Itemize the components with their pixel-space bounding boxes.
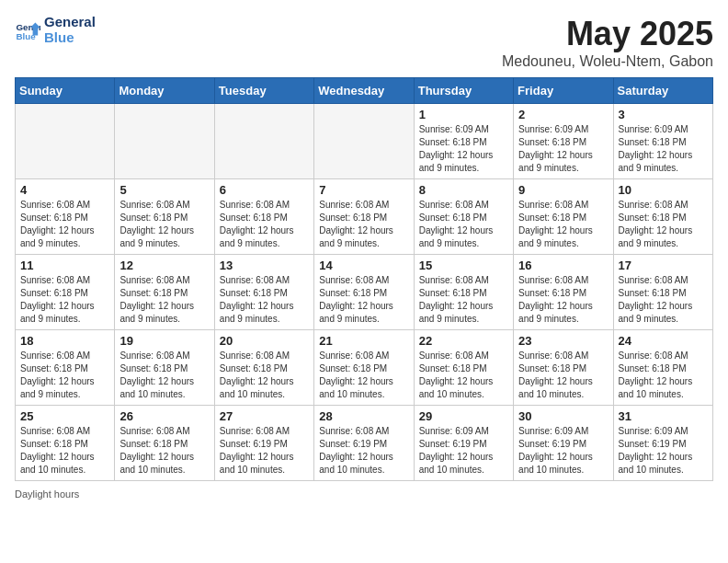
day-number: 26 <box>119 409 209 423</box>
day-number: 14 <box>319 259 408 272</box>
day-info: Sunrise: 6:08 AM Sunset: 6:18 PM Dayligh… <box>220 350 309 401</box>
calendar-cell: 29Sunrise: 6:09 AM Sunset: 6:19 PM Dayli… <box>414 406 513 481</box>
calendar-cell: 15Sunrise: 6:08 AM Sunset: 6:18 PM Dayli… <box>414 255 513 330</box>
day-info: Sunrise: 6:08 AM Sunset: 6:18 PM Dayligh… <box>20 425 109 477</box>
calendar-cell: 27Sunrise: 6:08 AM Sunset: 6:19 PM Dayli… <box>214 406 313 481</box>
calendar-cell: 8Sunrise: 6:08 AM Sunset: 6:18 PM Daylig… <box>414 179 513 255</box>
day-number: 8 <box>419 183 508 197</box>
day-number: 21 <box>319 334 408 348</box>
day-number: 24 <box>619 334 708 348</box>
calendar-cell: 5Sunrise: 6:08 AM Sunset: 6:18 PM Daylig… <box>115 179 214 255</box>
calendar-cell: 14Sunrise: 6:08 AM Sunset: 6:18 PM Dayli… <box>314 255 414 330</box>
day-number: 13 <box>220 259 309 272</box>
day-number: 16 <box>518 259 608 272</box>
day-info: Sunrise: 6:09 AM Sunset: 6:19 PM Dayligh… <box>619 425 708 477</box>
day-info: Sunrise: 6:08 AM Sunset: 6:18 PM Dayligh… <box>518 350 608 401</box>
logo-blue: Blue <box>44 30 96 46</box>
day-number: 27 <box>220 409 309 423</box>
calendar-cell: 13Sunrise: 6:08 AM Sunset: 6:18 PM Dayli… <box>214 255 313 330</box>
calendar-cell: 17Sunrise: 6:08 AM Sunset: 6:18 PM Dayli… <box>613 255 712 330</box>
day-info: Sunrise: 6:08 AM Sunset: 6:18 PM Dayligh… <box>119 425 209 477</box>
day-info: Sunrise: 6:08 AM Sunset: 6:18 PM Dayligh… <box>119 199 209 250</box>
day-info: Sunrise: 6:08 AM Sunset: 6:18 PM Dayligh… <box>119 350 209 401</box>
day-info: Sunrise: 6:08 AM Sunset: 6:19 PM Dayligh… <box>220 425 309 477</box>
calendar-header-wednesday: Wednesday <box>314 78 414 104</box>
logo-general: General <box>44 15 96 30</box>
day-info: Sunrise: 6:08 AM Sunset: 6:18 PM Dayligh… <box>220 199 309 250</box>
day-number: 5 <box>119 183 209 197</box>
calendar-week-row: 18Sunrise: 6:08 AM Sunset: 6:18 PM Dayli… <box>16 330 713 406</box>
day-number: 17 <box>619 259 708 272</box>
day-info: Sunrise: 6:08 AM Sunset: 6:18 PM Dayligh… <box>419 274 508 326</box>
day-info: Sunrise: 6:08 AM Sunset: 6:18 PM Dayligh… <box>619 199 708 250</box>
calendar-cell: 24Sunrise: 6:08 AM Sunset: 6:18 PM Dayli… <box>613 330 712 406</box>
day-info: Sunrise: 6:08 AM Sunset: 6:18 PM Dayligh… <box>20 199 109 250</box>
calendar-header-monday: Monday <box>115 78 214 104</box>
day-info: Sunrise: 6:09 AM Sunset: 6:19 PM Dayligh… <box>518 425 608 477</box>
day-info: Sunrise: 6:09 AM Sunset: 6:19 PM Dayligh… <box>419 425 508 477</box>
calendar-week-row: 11Sunrise: 6:08 AM Sunset: 6:18 PM Dayli… <box>16 255 713 330</box>
day-number: 10 <box>619 183 708 197</box>
calendar-header-sunday: Sunday <box>16 78 115 104</box>
day-info: Sunrise: 6:08 AM Sunset: 6:19 PM Dayligh… <box>319 425 408 477</box>
day-number: 28 <box>319 409 408 423</box>
calendar-cell: 22Sunrise: 6:08 AM Sunset: 6:18 PM Dayli… <box>414 330 513 406</box>
calendar-cell: 21Sunrise: 6:08 AM Sunset: 6:18 PM Dayli… <box>314 330 414 406</box>
day-info: Sunrise: 6:08 AM Sunset: 6:18 PM Dayligh… <box>20 350 109 401</box>
calendar-cell: 7Sunrise: 6:08 AM Sunset: 6:18 PM Daylig… <box>314 179 414 255</box>
calendar-cell <box>314 104 414 179</box>
calendar-cell: 28Sunrise: 6:08 AM Sunset: 6:19 PM Dayli… <box>314 406 414 481</box>
header: General Blue General Blue May 2025 Medou… <box>15 15 713 70</box>
calendar-cell: 25Sunrise: 6:08 AM Sunset: 6:18 PM Dayli… <box>16 406 115 481</box>
day-number: 22 <box>419 334 508 348</box>
day-info: Sunrise: 6:09 AM Sunset: 6:18 PM Dayligh… <box>619 123 708 175</box>
calendar-cell: 31Sunrise: 6:09 AM Sunset: 6:19 PM Dayli… <box>613 406 712 481</box>
calendar-cell: 2Sunrise: 6:09 AM Sunset: 6:18 PM Daylig… <box>514 104 613 179</box>
calendar-cell: 6Sunrise: 6:08 AM Sunset: 6:18 PM Daylig… <box>214 179 313 255</box>
day-number: 18 <box>20 334 109 348</box>
calendar-week-row: 4Sunrise: 6:08 AM Sunset: 6:18 PM Daylig… <box>16 179 713 255</box>
day-info: Sunrise: 6:08 AM Sunset: 6:18 PM Dayligh… <box>518 199 608 250</box>
logo: General Blue General Blue <box>15 15 96 45</box>
calendar-header-thursday: Thursday <box>414 78 513 104</box>
day-number: 25 <box>20 409 109 423</box>
calendar-cell: 18Sunrise: 6:08 AM Sunset: 6:18 PM Dayli… <box>16 330 115 406</box>
day-info: Sunrise: 6:08 AM Sunset: 6:18 PM Dayligh… <box>20 274 109 326</box>
calendar-cell: 4Sunrise: 6:08 AM Sunset: 6:18 PM Daylig… <box>16 179 115 255</box>
calendar-cell: 11Sunrise: 6:08 AM Sunset: 6:18 PM Dayli… <box>16 255 115 330</box>
calendar-cell <box>115 104 214 179</box>
day-info: Sunrise: 6:08 AM Sunset: 6:18 PM Dayligh… <box>220 274 309 326</box>
day-number: 31 <box>619 409 708 423</box>
day-number: 12 <box>119 259 209 272</box>
day-number: 11 <box>20 259 109 272</box>
day-number: 9 <box>518 183 608 197</box>
day-info: Sunrise: 6:08 AM Sunset: 6:18 PM Dayligh… <box>419 199 508 250</box>
calendar-header-tuesday: Tuesday <box>214 78 313 104</box>
location-title: Medouneu, Woleu-Ntem, Gabon <box>502 53 713 70</box>
logo-icon: General Blue <box>15 17 40 43</box>
day-info: Sunrise: 6:08 AM Sunset: 6:18 PM Dayligh… <box>319 350 408 401</box>
day-info: Sunrise: 6:08 AM Sunset: 6:18 PM Dayligh… <box>319 274 408 326</box>
calendar-cell: 19Sunrise: 6:08 AM Sunset: 6:18 PM Dayli… <box>115 330 214 406</box>
day-number: 4 <box>20 183 109 197</box>
calendar-table: SundayMondayTuesdayWednesdayThursdayFrid… <box>15 77 713 481</box>
day-info: Sunrise: 6:08 AM Sunset: 6:18 PM Dayligh… <box>419 350 508 401</box>
calendar-cell: 20Sunrise: 6:08 AM Sunset: 6:18 PM Dayli… <box>214 330 313 406</box>
calendar-header-row: SundayMondayTuesdayWednesdayThursdayFrid… <box>16 78 713 104</box>
calendar-cell: 23Sunrise: 6:08 AM Sunset: 6:18 PM Dayli… <box>514 330 613 406</box>
calendar-week-row: 25Sunrise: 6:08 AM Sunset: 6:18 PM Dayli… <box>16 406 713 481</box>
day-number: 23 <box>518 334 608 348</box>
day-number: 15 <box>419 259 508 272</box>
calendar-cell: 10Sunrise: 6:08 AM Sunset: 6:18 PM Dayli… <box>613 179 712 255</box>
day-info: Sunrise: 6:08 AM Sunset: 6:18 PM Dayligh… <box>119 274 209 326</box>
calendar-cell: 1Sunrise: 6:09 AM Sunset: 6:18 PM Daylig… <box>414 104 513 179</box>
calendar-header-saturday: Saturday <box>613 78 712 104</box>
calendar-header-friday: Friday <box>514 78 613 104</box>
day-info: Sunrise: 6:08 AM Sunset: 6:18 PM Dayligh… <box>518 274 608 326</box>
calendar-week-row: 1Sunrise: 6:09 AM Sunset: 6:18 PM Daylig… <box>16 104 713 179</box>
calendar-cell: 30Sunrise: 6:09 AM Sunset: 6:19 PM Dayli… <box>514 406 613 481</box>
day-number: 19 <box>119 334 209 348</box>
day-number: 1 <box>419 108 508 121</box>
day-info: Sunrise: 6:09 AM Sunset: 6:18 PM Dayligh… <box>419 123 508 175</box>
day-info: Sunrise: 6:09 AM Sunset: 6:18 PM Dayligh… <box>518 123 608 175</box>
